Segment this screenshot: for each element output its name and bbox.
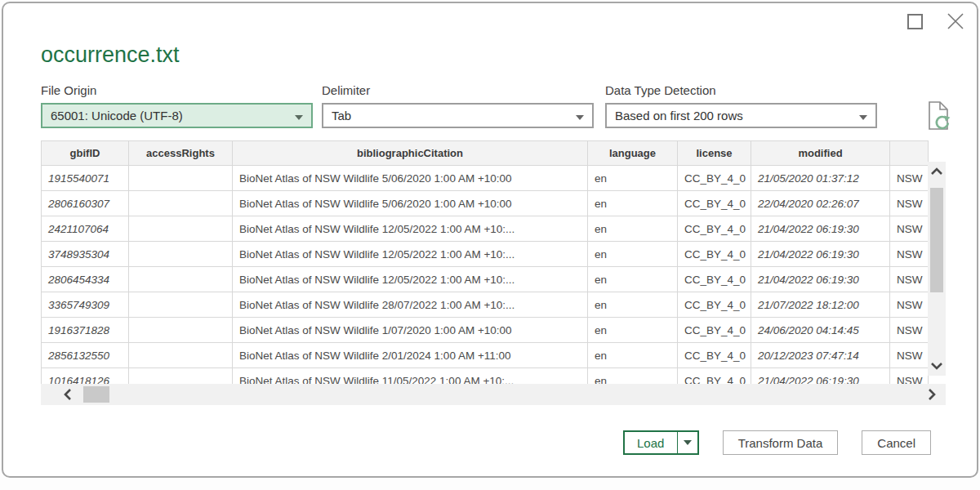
table-cell: en <box>588 343 678 368</box>
table-cell: en <box>588 368 678 385</box>
load-button[interactable]: Load <box>625 432 677 453</box>
vertical-scrollbar[interactable] <box>928 162 946 376</box>
table-cell: 2856132550 <box>42 343 129 368</box>
data-type-detection-value: Based on first 200 rows <box>615 109 854 122</box>
table-cell: en <box>588 166 678 191</box>
table-cell: NSW <box>890 267 929 292</box>
table-cell: NSW <box>890 343 929 368</box>
column-header: accessRights <box>129 141 233 166</box>
table-row: 1915540071BioNet Atlas of NSW Wildlife 5… <box>42 166 929 191</box>
table-cell: 21/04/2022 06:19:30 <box>751 267 890 292</box>
column-header: bibliographicCitation <box>233 141 588 166</box>
table-cell: 2421107064 <box>42 216 129 242</box>
table-cell: 21/04/2022 06:19:30 <box>751 368 890 385</box>
column-header: modified <box>751 141 890 166</box>
import-dialog: occurrence.txt File Origin Delimiter Dat… <box>2 2 978 478</box>
table-row: 2421107064BioNet Atlas of NSW Wildlife 1… <box>42 216 929 242</box>
table-cell: en <box>588 267 678 292</box>
chevron-down-icon <box>859 109 867 122</box>
table-cell: en <box>588 242 678 267</box>
table-row: 3365749309BioNet Atlas of NSW Wildlife 2… <box>42 292 929 318</box>
table-cell: NSW <box>890 166 929 191</box>
table-cell: BioNet Atlas of NSW Wildlife 5/06/2020 1… <box>233 191 588 216</box>
table-cell: 1915540071 <box>42 166 129 191</box>
table-cell: 22/04/2020 02:26:07 <box>751 191 890 216</box>
table-cell: 20/12/2023 07:47:14 <box>751 343 890 368</box>
delimiter-select[interactable]: Tab <box>322 103 594 128</box>
table-cell: 21/07/2022 18:12:00 <box>751 292 890 318</box>
table-cell: BioNet Atlas of NSW Wildlife 12/05/2022 … <box>233 216 588 242</box>
load-dropdown-button[interactable] <box>677 432 697 453</box>
table-cell <box>129 191 233 216</box>
transform-data-button[interactable]: Transform Data <box>723 430 839 455</box>
table-cell: NSW <box>890 368 929 385</box>
table-row: 2856132550BioNet Atlas of NSW Wildlife 2… <box>42 343 929 368</box>
scroll-down-icon[interactable] <box>928 358 946 374</box>
scroll-left-icon[interactable] <box>57 384 78 405</box>
table-cell: NSW <box>890 191 929 216</box>
table-cell: 1016418126 <box>42 368 129 385</box>
table-cell <box>129 242 233 267</box>
column-header <box>890 141 929 166</box>
table-cell: 24/06/2020 04:14:45 <box>751 318 890 343</box>
table-cell: en <box>588 318 678 343</box>
table-cell <box>129 216 233 242</box>
data-preview-table: gbifIDaccessRightsbibliographicCitationl… <box>41 140 946 384</box>
maximize-icon[interactable] <box>907 14 923 29</box>
table-cell: CC_BY_4_0 <box>678 343 751 368</box>
table-row: 2806160307BioNet Atlas of NSW Wildlife 5… <box>42 191 929 216</box>
window-controls <box>907 11 965 31</box>
file-origin-value: 65001: Unicode (UTF-8) <box>51 109 290 122</box>
data-type-detection-select[interactable]: Based on first 200 rows <box>605 103 877 128</box>
table-cell <box>129 368 233 385</box>
table-cell: en <box>588 216 678 242</box>
horizontal-scrollbar-thumb[interactable] <box>83 386 109 403</box>
table-cell: CC_BY_4_0 <box>678 292 751 318</box>
table-cell: 2806160307 <box>42 191 129 216</box>
table-cell: BioNet Atlas of NSW Wildlife 12/05/2022 … <box>233 242 588 267</box>
table-cell: 21/05/2020 01:37:12 <box>751 166 890 191</box>
table-cell: 21/04/2022 06:19:30 <box>751 242 890 267</box>
table-cell: BioNet Atlas of NSW Wildlife 1/07/2020 1… <box>233 318 588 343</box>
close-icon[interactable] <box>946 11 965 31</box>
table-cell: CC_BY_4_0 <box>678 166 751 191</box>
table-row: 1916371828BioNet Atlas of NSW Wildlife 1… <box>42 318 929 343</box>
chevron-down-icon <box>576 109 584 122</box>
vertical-scrollbar-thumb[interactable] <box>930 188 943 292</box>
horizontal-scrollbar[interactable] <box>41 384 946 405</box>
file-origin-select[interactable]: 65001: Unicode (UTF-8) <box>41 103 313 128</box>
scroll-up-icon[interactable] <box>928 163 946 180</box>
column-header: license <box>678 141 751 166</box>
cancel-button[interactable]: Cancel <box>862 430 931 455</box>
table-cell: BioNet Atlas of NSW Wildlife 11/05/2022 … <box>233 368 588 385</box>
scroll-right-icon[interactable] <box>921 384 942 405</box>
table-cell: NSW <box>890 216 929 242</box>
table-cell: 1916371828 <box>42 318 129 343</box>
table-row: 1016418126BioNet Atlas of NSW Wildlife 1… <box>42 368 929 385</box>
column-header: gbifID <box>42 141 129 166</box>
chevron-down-icon <box>295 109 303 122</box>
delimiter-value: Tab <box>332 109 571 122</box>
table-cell: BioNet Atlas of NSW Wildlife 5/06/2020 1… <box>233 166 588 191</box>
table-cell <box>129 292 233 318</box>
table-cell: 21/04/2022 06:19:30 <box>751 216 890 242</box>
table-cell <box>129 267 233 292</box>
table-cell: en <box>588 292 678 318</box>
table-cell: 3748935304 <box>42 242 129 267</box>
table-cell: CC_BY_4_0 <box>678 191 751 216</box>
table-row: 3748935304BioNet Atlas of NSW Wildlife 1… <box>42 242 929 267</box>
table-cell: BioNet Atlas of NSW Wildlife 2/01/2024 1… <box>233 343 588 368</box>
delimiter-label: Delimiter <box>322 83 370 97</box>
table-cell: CC_BY_4_0 <box>678 242 751 267</box>
table-header-row: gbifIDaccessRightsbibliographicCitationl… <box>42 141 929 166</box>
table-cell: 3365749309 <box>42 292 129 318</box>
page-title: occurrence.txt <box>41 42 180 68</box>
table-cell <box>129 343 233 368</box>
table-cell: NSW <box>890 292 929 318</box>
table-cell: NSW <box>890 318 929 343</box>
refresh-preview-icon[interactable] <box>923 100 954 132</box>
table-cell: BioNet Atlas of NSW Wildlife 12/05/2022 … <box>233 267 588 292</box>
load-split-button: Load <box>623 430 699 455</box>
table-cell: CC_BY_4_0 <box>678 216 751 242</box>
table-cell: CC_BY_4_0 <box>678 318 751 343</box>
